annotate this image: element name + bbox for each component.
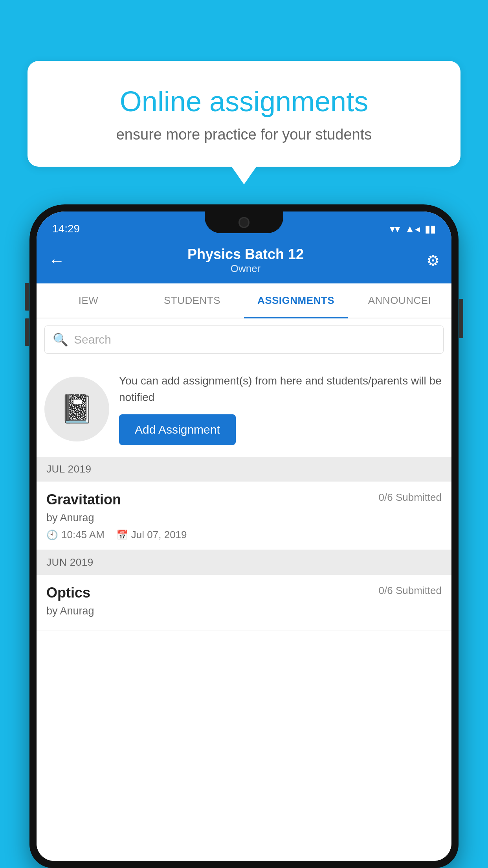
empty-state-right: You can add assignment(s) from here and … (119, 373, 442, 445)
phone-camera (238, 217, 250, 228)
assignment-by: by Anurag (46, 512, 442, 524)
assignment-by-optics: by Anurag (46, 605, 442, 617)
assignment-time: 🕙 10:45 AM (46, 529, 105, 541)
empty-state: 📓 You can add assignment(s) from here an… (37, 361, 451, 457)
volume-button-up (25, 283, 29, 311)
assignment-submitted-optics: 0/6 Submitted (379, 585, 442, 597)
assignment-submitted: 0/6 Submitted (379, 491, 442, 504)
tab-announcements[interactable]: ANNOUNCEI (348, 283, 451, 318)
phone-notch (205, 211, 283, 233)
volume-button-down (25, 318, 29, 346)
assignment-meta: 🕙 10:45 AM 📅 Jul 07, 2019 (46, 529, 442, 541)
section-jun-2019: JUN 2019 (37, 550, 451, 575)
assignment-optics[interactable]: Optics 0/6 Submitted by Anurag (37, 575, 451, 631)
clock-icon: 🕙 (46, 530, 58, 541)
assignment-top: Gravitation 0/6 Submitted (46, 491, 442, 508)
search-bar[interactable]: 🔍 Search (44, 326, 444, 354)
phone-outer: 14:29 ▾▾ ▲◂ ▮▮ ← Physics Batch 12 Owner … (29, 204, 459, 868)
assignment-date-value: Jul 07, 2019 (131, 529, 187, 541)
speech-bubble: Online assignments ensure more practice … (28, 61, 460, 167)
speech-bubble-container: Online assignments ensure more practice … (28, 61, 460, 167)
assignment-top-optics: Optics 0/6 Submitted (46, 585, 442, 601)
settings-icon[interactable]: ⚙ (426, 252, 440, 269)
status-time: 14:29 (52, 223, 80, 235)
tab-students[interactable]: STUDENTS (140, 283, 244, 318)
calendar-icon: 📅 (116, 530, 128, 541)
header-center: Physics Batch 12 Owner (65, 246, 426, 275)
tab-iew[interactable]: IEW (37, 283, 140, 318)
signal-icon: ▲◂ (405, 223, 420, 235)
phone-screen: 14:29 ▾▾ ▲◂ ▮▮ ← Physics Batch 12 Owner … (37, 211, 451, 861)
app-header: ← Physics Batch 12 Owner ⚙ (37, 239, 451, 283)
assignment-date: 📅 Jul 07, 2019 (116, 529, 187, 541)
notebook-icon: 📓 (60, 393, 94, 425)
speech-bubble-title: Online assignments (55, 85, 433, 118)
header-subtitle: Owner (65, 263, 426, 275)
power-button (459, 299, 463, 338)
assignment-gravitation[interactable]: Gravitation 0/6 Submitted by Anurag 🕙 10… (37, 482, 451, 550)
empty-state-description: You can add assignment(s) from here and … (119, 373, 442, 406)
assignment-time-value: 10:45 AM (61, 529, 105, 541)
search-icon: 🔍 (53, 332, 68, 347)
phone-frame: 14:29 ▾▾ ▲◂ ▮▮ ← Physics Batch 12 Owner … (29, 204, 459, 868)
add-assignment-button[interactable]: Add Assignment (119, 414, 236, 445)
search-placeholder: Search (74, 333, 111, 346)
battery-icon: ▮▮ (425, 223, 436, 235)
header-title: Physics Batch 12 (65, 246, 426, 263)
tabs-bar: IEW STUDENTS ASSIGNMENTS ANNOUNCEI (37, 283, 451, 318)
assignment-name: Gravitation (46, 491, 121, 508)
content-area: 🔍 Search 📓 You can add assignment(s) fro… (37, 318, 451, 861)
status-icons: ▾▾ ▲◂ ▮▮ (390, 223, 436, 235)
back-button[interactable]: ← (48, 251, 65, 270)
wifi-icon: ▾▾ (390, 223, 400, 235)
search-container: 🔍 Search (37, 318, 451, 361)
speech-bubble-subtitle: ensure more practice for your students (55, 126, 433, 143)
assignment-name-optics: Optics (46, 585, 90, 601)
tab-assignments[interactable]: ASSIGNMENTS (244, 283, 348, 318)
section-jul-2019: JUL 2019 (37, 457, 451, 482)
empty-state-icon-circle: 📓 (44, 377, 109, 441)
